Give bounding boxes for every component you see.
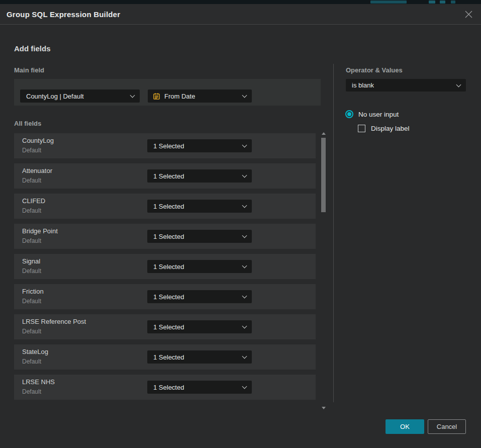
field-subtitle: Default xyxy=(22,207,41,214)
chevron-down-icon xyxy=(242,263,247,268)
screen: Group SQL Expression Builder Add fields … xyxy=(0,0,481,448)
field-selection-value: 1 Selected xyxy=(153,172,184,180)
field-row: Signal Default 1 Selected xyxy=(14,254,316,279)
display-label-checkbox[interactable]: Display label xyxy=(358,125,410,132)
group-sql-expression-builder-dialog: Group SQL Expression Builder Add fields … xyxy=(0,4,481,448)
field-name: Attenuator xyxy=(22,167,52,174)
field-selection-dropdown[interactable]: 1 Selected xyxy=(147,381,252,394)
field-subtitle: Default xyxy=(22,147,41,154)
field-row: StateLog Default 1 Selected xyxy=(14,344,316,370)
field-subtitle: Default xyxy=(22,328,41,335)
field-subtitle: Default xyxy=(22,358,41,365)
field-name: StateLog xyxy=(22,348,48,355)
operator-dropdown-value: is blank xyxy=(352,81,374,89)
field-selection-value: 1 Selected xyxy=(153,384,184,391)
field-subtitle: Default xyxy=(22,177,41,184)
all-fields-list: CountyLog Default 1 Selected Attenuator … xyxy=(14,133,316,401)
main-field-label: Main field xyxy=(14,66,44,74)
field-selection-value: 1 Selected xyxy=(153,323,184,331)
field-selection-dropdown[interactable]: 1 Selected xyxy=(147,320,252,333)
field-name: CountyLog xyxy=(22,137,54,144)
field-selection-value: 1 Selected xyxy=(153,293,184,301)
chevron-down-icon xyxy=(242,143,247,148)
field-row: LRSE NHS Default 1 Selected xyxy=(14,375,316,400)
field-name: Bridge Point xyxy=(22,227,58,235)
calendar-icon xyxy=(153,93,160,100)
scrollbar-down-arrow-icon[interactable] xyxy=(322,407,326,409)
chevron-down-icon xyxy=(242,173,247,178)
field-name: LRSE NHS xyxy=(22,378,55,386)
operator-values-label: Operator & Values xyxy=(346,66,403,74)
chevron-down-icon xyxy=(242,93,247,98)
field-subtitle: Default xyxy=(22,267,41,275)
field-name: CLIFED xyxy=(22,197,45,205)
field-selection-value: 1 Selected xyxy=(153,142,184,150)
field-row: Friction Default 1 Selected xyxy=(14,284,316,309)
scrollbar-thumb[interactable] xyxy=(321,138,326,212)
field-subtitle: Default xyxy=(22,237,41,244)
cancel-button[interactable]: Cancel xyxy=(428,419,466,434)
chevron-down-icon xyxy=(456,82,461,87)
chevron-down-icon xyxy=(242,354,247,359)
field-selection-dropdown[interactable]: 1 Selected xyxy=(147,200,252,213)
field-subtitle: Default xyxy=(22,298,41,305)
field-row: Bridge Point Default 1 Selected xyxy=(14,224,316,249)
all-fields-label: All fields xyxy=(14,120,41,127)
close-icon[interactable] xyxy=(464,10,473,19)
field-selection-dropdown[interactable]: 1 Selected xyxy=(147,230,252,243)
chevron-down-icon xyxy=(242,294,247,299)
field-selection-value: 1 Selected xyxy=(153,353,184,361)
background-fragment xyxy=(429,1,435,4)
dialog-titlebar: Group SQL Expression Builder xyxy=(0,4,481,25)
field-selection-value: 1 Selected xyxy=(153,233,184,240)
field-name: LRSE Reference Post xyxy=(22,318,86,325)
background-fragment xyxy=(370,1,407,4)
ok-button[interactable]: OK xyxy=(386,419,424,434)
main-layer-dropdown[interactable]: CountyLog | Default xyxy=(20,89,140,103)
background-fragment xyxy=(440,1,445,4)
field-selection-dropdown[interactable]: 1 Selected xyxy=(147,260,252,273)
field-selection-value: 1 Selected xyxy=(153,203,184,210)
no-user-input-label: No user input xyxy=(358,111,399,118)
field-row: Attenuator Default 1 Selected xyxy=(14,163,316,189)
field-selection-dropdown[interactable]: 1 Selected xyxy=(147,290,252,303)
field-selection-dropdown[interactable]: 1 Selected xyxy=(147,139,252,152)
field-name: Signal xyxy=(22,257,40,265)
main-date-field-value: From Date xyxy=(164,93,195,100)
field-row: CountyLog Default 1 Selected xyxy=(14,133,316,158)
chevron-down-icon xyxy=(130,93,135,98)
panel-divider xyxy=(333,64,334,402)
field-selection-dropdown[interactable]: 1 Selected xyxy=(147,169,252,183)
chevron-down-icon xyxy=(242,324,247,329)
display-label-text: Display label xyxy=(371,125,410,132)
radio-selected-icon xyxy=(345,110,353,118)
field-selection-dropdown[interactable]: 1 Selected xyxy=(147,350,252,364)
chevron-down-icon xyxy=(242,384,247,389)
field-name: Friction xyxy=(22,288,44,295)
main-layer-dropdown-value: CountyLog | Default xyxy=(26,93,84,100)
no-user-input-radio[interactable]: No user input xyxy=(345,110,399,118)
background-fragment xyxy=(451,1,455,4)
field-subtitle: Default xyxy=(22,388,41,395)
main-date-field-dropdown[interactable]: From Date xyxy=(148,89,252,103)
field-selection-value: 1 Selected xyxy=(153,263,184,271)
field-row: CLIFED Default 1 Selected xyxy=(14,194,316,219)
dialog-title: Group SQL Expression Builder xyxy=(7,4,120,25)
checkbox-unchecked-icon xyxy=(358,125,365,132)
field-row: LRSE Reference Post Default 1 Selected xyxy=(14,314,316,339)
add-fields-heading: Add fields xyxy=(14,44,51,53)
scrollbar-up-arrow-icon[interactable] xyxy=(322,132,326,135)
main-field-panel: CountyLog | Default From Date xyxy=(14,79,321,106)
background-app-strip xyxy=(0,0,481,4)
fields-scrollbar[interactable] xyxy=(321,132,326,409)
chevron-down-icon xyxy=(242,203,247,208)
operator-dropdown[interactable]: is blank xyxy=(346,79,466,92)
chevron-down-icon xyxy=(242,233,247,238)
